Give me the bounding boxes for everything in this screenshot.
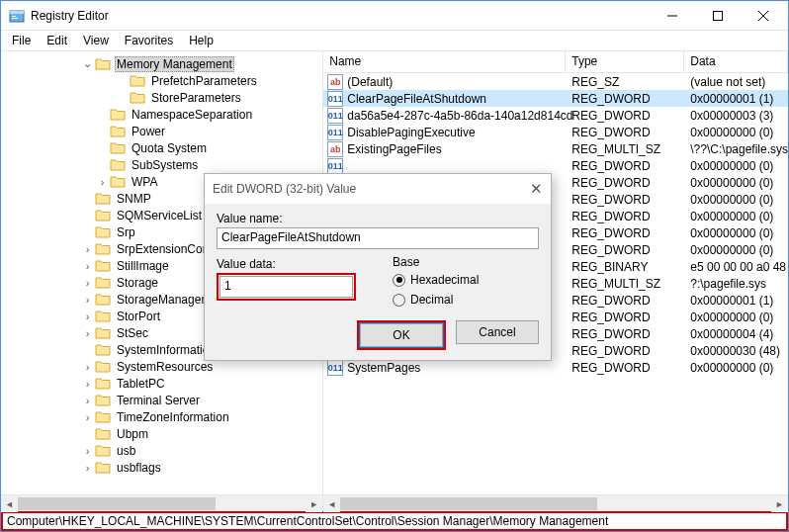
titlebar: Registry Editor xyxy=(1,1,788,31)
radio-hex-label: Hexadecimal xyxy=(410,273,479,287)
chevron-right-icon[interactable]: › xyxy=(80,395,95,406)
dialog-close-icon[interactable]: ✕ xyxy=(530,180,543,198)
statusbar: Computer\HKEY_LOCAL_MACHINE\SYSTEM\Curre… xyxy=(1,511,788,531)
tree-item[interactable]: ›Power xyxy=(1,123,322,139)
chevron-down-icon[interactable]: ⌄ xyxy=(80,57,95,70)
list-row[interactable]: 011ClearPageFileAtShutdownREG_DWORD0x000… xyxy=(323,90,788,107)
value-name: ClearPageFileAtShutdown xyxy=(347,92,486,106)
minimize-button[interactable] xyxy=(650,1,695,31)
svg-rect-2 xyxy=(12,16,16,17)
folder-icon xyxy=(95,259,111,272)
tree-item-label: Srp xyxy=(115,225,137,239)
list-row[interactable]: 011DisablePagingExecutiveREG_DWORD0x0000… xyxy=(323,124,788,140)
binary-value-icon: 011 xyxy=(327,91,343,107)
folder-icon xyxy=(110,141,126,154)
value-data-input[interactable]: 1 xyxy=(219,276,353,298)
menu-edit[interactable]: Edit xyxy=(40,32,74,49)
chevron-right-icon[interactable]: › xyxy=(80,310,95,322)
scroll-thumb[interactable] xyxy=(340,497,597,510)
value-name-input[interactable]: ClearPageFileAtShutdown xyxy=(217,227,539,249)
list-row[interactable]: 011SystemPagesREG_DWORD0x00000000 (0) xyxy=(323,359,788,376)
col-header-data[interactable]: Data xyxy=(684,51,788,72)
tree-hscroll[interactable]: ◄ ► xyxy=(1,494,322,511)
value-type: REG_SZ xyxy=(566,75,684,89)
tree-item[interactable]: ›NamespaceSeparation xyxy=(1,106,322,123)
scroll-thumb[interactable] xyxy=(18,497,216,510)
tree-item-label: Power xyxy=(130,125,167,138)
folder-icon xyxy=(95,225,111,238)
list-row[interactable]: 011REG_DWORD0x00000000 (0) xyxy=(323,157,788,174)
col-header-name[interactable]: Name xyxy=(323,51,566,72)
chevron-right-icon[interactable]: › xyxy=(80,361,95,373)
scroll-right-icon[interactable]: ► xyxy=(771,495,788,512)
menu-help[interactable]: Help xyxy=(182,32,220,49)
value-data-label: Value data: xyxy=(217,257,276,271)
tree-item[interactable]: ›SubSystems xyxy=(1,156,322,173)
radio-hex-icon xyxy=(393,274,405,287)
tree-item[interactable]: ›TimeZoneInformation xyxy=(1,408,322,425)
tree-item-label: NamespaceSeparation xyxy=(130,108,254,122)
ok-button[interactable]: OK xyxy=(360,323,443,347)
tree-item-label: usb xyxy=(115,444,137,458)
tree-item[interactable]: ›usbflags xyxy=(1,459,322,476)
folder-icon xyxy=(95,310,111,322)
chevron-right-icon[interactable]: › xyxy=(80,327,95,339)
chevron-right-icon[interactable]: › xyxy=(80,411,95,423)
radio-hex[interactable]: Hexadecimal xyxy=(393,270,541,290)
tree-item-label: SystemResources xyxy=(115,360,215,374)
tree-item[interactable]: ›usb xyxy=(1,442,322,459)
list-row[interactable]: abExistingPageFilesREG_MULTI_SZ\??\C:\pa… xyxy=(323,140,788,157)
chevron-right-icon[interactable]: › xyxy=(95,176,110,188)
scroll-left-icon[interactable]: ◄ xyxy=(1,495,18,512)
value-name-label: Value name: xyxy=(217,212,283,225)
scroll-left-icon[interactable]: ◄ xyxy=(323,495,340,512)
cancel-button[interactable]: Cancel xyxy=(456,320,539,344)
value-data: 0x00000000 (0) xyxy=(684,310,788,324)
folder-icon xyxy=(95,209,111,222)
radio-dec-icon xyxy=(393,294,405,307)
tree-item-label: SQMServiceList xyxy=(115,209,204,222)
list-row[interactable]: ab(Default)REG_SZ(value not set) xyxy=(323,73,788,90)
value-name: (Default) xyxy=(347,75,393,89)
value-name: ExistingPageFiles xyxy=(347,142,441,156)
value-data: e5 00 00 00 a0 48 xyxy=(684,260,788,274)
list-row[interactable]: 011da56a5e4-287c-4a5b-86da-140a12d814cdR… xyxy=(323,107,788,124)
chevron-right-icon[interactable]: › xyxy=(80,294,95,306)
tree-item[interactable]: ›StoreParameters xyxy=(1,89,322,106)
menu-file[interactable]: File xyxy=(5,32,38,49)
tree-item[interactable]: ›TabletPC xyxy=(1,375,322,392)
scroll-right-icon[interactable]: ► xyxy=(306,495,322,512)
folder-icon xyxy=(95,242,111,255)
tree-item[interactable]: ›Ubpm xyxy=(1,425,322,442)
folder-icon xyxy=(95,427,111,440)
value-data: ?:\pagefile.sys xyxy=(684,277,788,291)
list-hscroll[interactable]: ◄ ► xyxy=(323,494,788,511)
chevron-right-icon[interactable]: › xyxy=(80,445,95,457)
maximize-button[interactable] xyxy=(695,1,741,31)
menu-favorites[interactable]: Favorites xyxy=(118,32,180,49)
chevron-right-icon[interactable]: › xyxy=(80,243,95,255)
chevron-right-icon[interactable]: › xyxy=(80,378,95,390)
close-button[interactable] xyxy=(741,1,786,31)
tree-item[interactable]: ›PrefetchParameters xyxy=(1,72,322,89)
tree-item-label: StillImage xyxy=(115,259,171,273)
binary-value-icon: 011 xyxy=(327,158,343,174)
value-data: 0x00000001 (1) xyxy=(684,92,788,106)
value-data: 0x00000000 (0) xyxy=(684,159,788,173)
chevron-right-icon[interactable]: › xyxy=(80,462,95,474)
tree-item[interactable]: ⌄Memory Management xyxy=(1,55,322,72)
tree-item-label: SubSystems xyxy=(130,158,200,172)
folder-icon xyxy=(95,410,111,423)
tree-item-label: Memory Management xyxy=(115,56,234,72)
chevron-right-icon[interactable]: › xyxy=(80,260,95,272)
menu-view[interactable]: View xyxy=(76,32,116,49)
tree-item[interactable]: ›Quota System xyxy=(1,139,322,156)
tree-item[interactable]: ›Terminal Server xyxy=(1,392,322,408)
window-title: Registry Editor xyxy=(31,9,650,23)
dialog-titlebar: Edit DWORD (32-bit) Value ✕ xyxy=(205,174,551,204)
radio-dec[interactable]: Decimal xyxy=(393,290,541,310)
chevron-right-icon[interactable]: › xyxy=(80,277,95,289)
folder-icon xyxy=(110,125,126,137)
folder-icon xyxy=(95,293,111,306)
col-header-type[interactable]: Type xyxy=(566,51,684,72)
